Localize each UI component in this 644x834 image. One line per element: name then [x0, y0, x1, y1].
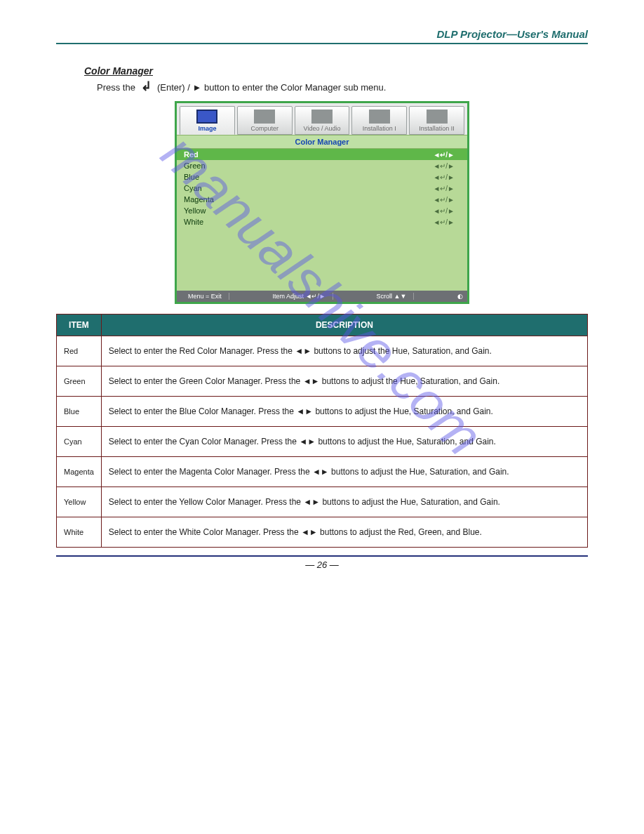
page-header-title: DLP Projector—User's Manual: [56, 28, 588, 40]
description-table: ITEM DESCRIPTION Red Select to enter the…: [56, 314, 588, 548]
table-row: Blue Select to enter the Blue Color Mana…: [57, 397, 588, 427]
osd-item-label: Blue: [184, 173, 199, 181]
tab-video-audio[interactable]: Video / Audio: [295, 106, 350, 135]
osd-footer: Menu = Exit Item Adjust ◄↵/► Scroll ▲▼ ◐: [177, 291, 467, 302]
cell-desc: Select to enter the Red Color Manager. P…: [101, 336, 587, 366]
osd-submenu-title: Color Manager: [177, 135, 467, 149]
osd-item-red[interactable]: Red ◄↵/►: [177, 149, 467, 160]
tab-installation-2[interactable]: Installation II: [409, 106, 464, 135]
tab-label: Video / Audio: [304, 125, 341, 132]
cell-item: Red: [57, 336, 102, 366]
table-row: Cyan Select to enter the Cyan Color Mana…: [57, 427, 588, 457]
osd-footer-menu: Menu = Exit: [181, 293, 229, 300]
computer-icon: [254, 110, 275, 124]
table-row: White Select to enter the White Color Ma…: [57, 517, 588, 548]
table-row: Yellow Select to enter the Yellow Color …: [57, 487, 588, 517]
monitor-icon: [196, 110, 217, 124]
instruction-line: Press the ↲ (Enter) / ► button to enter …: [97, 82, 588, 93]
osd-item-yellow[interactable]: Yellow ◄↵/►: [177, 205, 467, 216]
section-title: Color Manager: [84, 65, 588, 77]
tab-image[interactable]: Image: [180, 106, 235, 135]
osd-footer-scroll: Scroll ▲▼: [369, 293, 414, 300]
instruction-suffix: (Enter) / ► button to enter the Color Ma…: [157, 82, 386, 93]
page-number: — 26 —: [56, 560, 588, 570]
osd-item-label: Red: [184, 150, 199, 159]
tab-label: Computer: [250, 125, 279, 132]
instruction-prefix: Press the: [97, 82, 135, 93]
tab-label: Image: [198, 125, 216, 132]
osd-panel: Image Computer Video / Audio Installatio…: [175, 101, 469, 304]
projector-icon: [427, 110, 448, 124]
enter-right-icon: ◄↵/►: [433, 218, 455, 226]
col-head-item: ITEM: [57, 315, 102, 336]
footer-rule: [56, 555, 588, 557]
osd-item-magenta[interactable]: Magenta ◄↵/►: [177, 194, 467, 205]
enter-right-icon: ◄↵/►: [433, 207, 455, 215]
cell-desc: Select to enter the Blue Color Manager. …: [101, 397, 587, 427]
cell-desc: Select to enter the White Color Manager.…: [101, 517, 587, 548]
osd-item-label: Green: [184, 161, 206, 170]
osd-item-label: White: [184, 218, 203, 226]
cell-item: Magenta: [57, 457, 102, 487]
header-rule: [56, 43, 588, 44]
enter-right-icon: ◄↵/►: [433, 196, 455, 204]
table-row: Green Select to enter the Green Color Ma…: [57, 366, 588, 397]
cell-item: Green: [57, 366, 102, 397]
table-row: Magenta Select to enter the Magenta Colo…: [57, 457, 588, 487]
col-head-desc: DESCRIPTION: [101, 315, 587, 336]
cell-item: Yellow: [57, 487, 102, 517]
cell-desc: Select to enter the Green Color Manager.…: [101, 366, 587, 397]
osd-item-label: Cyan: [184, 184, 202, 192]
cell-desc: Select to enter the Cyan Color Manager. …: [101, 427, 587, 457]
cell-desc: Select to enter the Magenta Color Manage…: [101, 457, 587, 487]
osd-item-green[interactable]: Green ◄↵/►: [177, 160, 467, 171]
osd-item-label: Yellow: [184, 206, 206, 215]
cell-desc: Select to enter the Yellow Color Manager…: [101, 487, 587, 517]
bulb-icon: ◐: [450, 293, 463, 300]
table-row: Red Select to enter the Red Color Manage…: [57, 336, 588, 366]
enter-right-icon: ◄↵/►: [433, 151, 455, 159]
enter-right-icon: ◄↵/►: [433, 162, 455, 170]
video-audio-icon: [311, 110, 333, 124]
page-footer: — 26 —: [56, 555, 588, 570]
osd-item-label: Magenta: [184, 195, 214, 204]
cell-item: White: [57, 517, 102, 548]
projector-icon: [369, 110, 390, 124]
osd-item-cyan[interactable]: Cyan ◄↵/►: [177, 183, 467, 194]
osd-list: Red ◄↵/► Green ◄↵/► Blue ◄↵/► Cyan ◄↵/► …: [177, 149, 467, 291]
osd-item-blue[interactable]: Blue ◄↵/►: [177, 171, 467, 183]
osd-item-white[interactable]: White ◄↵/►: [177, 216, 467, 227]
osd-tab-bar: Image Computer Video / Audio Installatio…: [177, 103, 467, 135]
tab-installation-1[interactable]: Installation I: [351, 106, 407, 135]
enter-right-icon: ◄↵/►: [433, 173, 455, 181]
tab-computer[interactable]: Computer: [237, 106, 293, 135]
osd-footer-adjust: Item Adjust ◄↵/►: [265, 293, 333, 300]
cell-item: Blue: [57, 397, 102, 427]
tab-label: Installation I: [363, 125, 396, 132]
cell-item: Cyan: [57, 427, 102, 457]
tab-label: Installation II: [419, 125, 455, 132]
enter-right-icon: ◄↵/►: [433, 185, 455, 192]
